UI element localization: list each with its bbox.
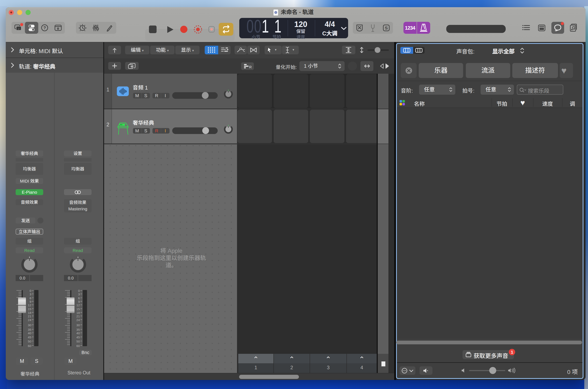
svg-text:6: 6: [78, 296, 80, 300]
svg-text:3: 3: [30, 292, 31, 296]
svg-text:9: 9: [30, 300, 31, 303]
svg-text:30: 30: [28, 323, 31, 327]
svg-text:35: 35: [76, 328, 80, 331]
svg-text:21: 21: [76, 315, 80, 318]
svg-text:6: 6: [30, 296, 31, 300]
svg-text:18: 18: [28, 311, 31, 315]
svg-text:0: 0: [30, 290, 31, 292]
svg-text:40: 40: [28, 331, 31, 335]
svg-text:15: 15: [76, 307, 80, 311]
svg-text:24: 24: [76, 318, 80, 322]
svg-text:?: ?: [43, 26, 46, 30]
svg-text:40: 40: [76, 331, 80, 335]
svg-text:35: 35: [28, 328, 31, 331]
svg-text:3: 3: [78, 292, 80, 296]
svg-text:50: 50: [28, 340, 31, 343]
svg-text:♪: ♪: [18, 27, 20, 30]
svg-text:24: 24: [28, 318, 31, 322]
svg-text:S: S: [385, 26, 388, 30]
svg-text:60: 60: [76, 344, 80, 347]
svg-text:0: 0: [78, 290, 80, 292]
svg-text:60: 60: [28, 344, 31, 347]
svg-text:45: 45: [28, 335, 31, 339]
svg-text:9: 9: [78, 300, 80, 303]
svg-text:30: 30: [76, 323, 80, 327]
svg-text:15: 15: [28, 307, 31, 311]
svg-text:12: 12: [28, 303, 31, 307]
svg-text:18: 18: [76, 311, 80, 315]
svg-text:21: 21: [28, 315, 31, 318]
svg-text:R: R: [249, 65, 252, 69]
svg-text:12: 12: [76, 303, 80, 307]
svg-text:45: 45: [76, 335, 80, 339]
svg-text:50: 50: [76, 340, 80, 343]
